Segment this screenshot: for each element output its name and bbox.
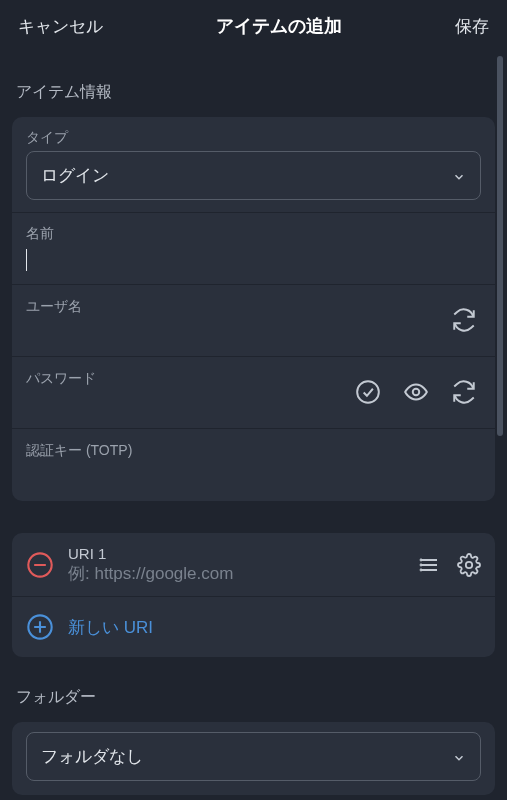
folder-value: フォルダなし <box>41 745 143 768</box>
save-button[interactable]: 保存 <box>455 15 489 38</box>
type-label: タイプ <box>26 129 481 147</box>
type-value: ログイン <box>41 164 109 187</box>
folder-select[interactable]: フォルダなし <box>26 732 481 781</box>
svg-point-9 <box>421 569 422 570</box>
section-item-info: アイテム情報 <box>12 52 495 117</box>
generate-password-icon[interactable] <box>451 379 477 405</box>
content-scroll[interactable]: アイテム情報 タイプ ログイン 名前 ユーザ <box>0 52 507 800</box>
username-label: ユーザ名 <box>26 298 451 316</box>
type-select[interactable]: ログイン <box>26 151 481 200</box>
field-name[interactable]: 名前 <box>12 213 495 285</box>
generate-username-icon[interactable] <box>451 307 477 333</box>
uri-row: URI 1 <box>12 533 495 597</box>
plus-circle-icon <box>26 613 54 641</box>
uri-input[interactable] <box>68 564 403 584</box>
scrollbar[interactable] <box>497 56 503 794</box>
svg-point-0 <box>357 381 379 403</box>
name-label: 名前 <box>26 225 481 243</box>
name-input[interactable] <box>27 250 481 270</box>
chevron-down-icon <box>452 169 466 183</box>
field-password[interactable]: パスワード <box>12 357 495 429</box>
uri-settings-icon[interactable] <box>457 553 481 577</box>
add-uri-label: 新しい URI <box>68 616 153 639</box>
chevron-down-icon <box>452 750 466 764</box>
match-detection-icon[interactable] <box>417 553 441 577</box>
cancel-button[interactable]: キャンセル <box>18 15 103 38</box>
uri-label: URI 1 <box>68 545 403 562</box>
folder-label: フォルダー <box>12 661 495 722</box>
password-input[interactable] <box>26 394 355 414</box>
field-totp[interactable]: 認証キー (TOTP) <box>12 429 495 501</box>
remove-uri-icon[interactable] <box>26 551 54 579</box>
field-username[interactable]: ユーザ名 <box>12 285 495 357</box>
page-title: アイテムの追加 <box>216 14 342 38</box>
svg-point-7 <box>421 559 422 560</box>
scrollbar-thumb[interactable] <box>497 56 503 436</box>
svg-point-10 <box>466 561 472 567</box>
svg-point-1 <box>413 388 420 395</box>
username-input[interactable] <box>26 322 451 342</box>
password-label: パスワード <box>26 370 355 388</box>
toggle-visibility-icon[interactable] <box>403 379 429 405</box>
check-password-icon[interactable] <box>355 379 381 405</box>
field-type: タイプ ログイン <box>12 117 495 213</box>
totp-label: 認証キー (TOTP) <box>26 442 481 460</box>
totp-input[interactable] <box>26 466 481 486</box>
add-uri-button[interactable]: 新しい URI <box>12 597 495 657</box>
svg-point-8 <box>421 564 422 565</box>
